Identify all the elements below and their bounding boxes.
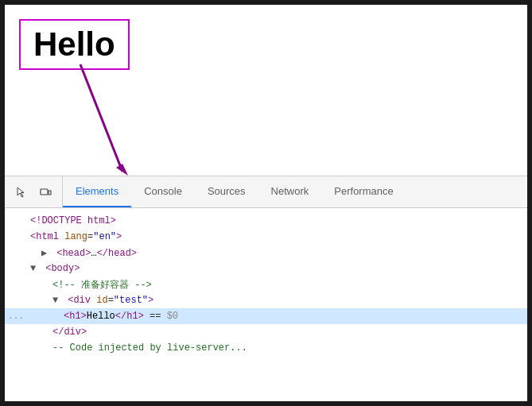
hello-heading: Hello <box>33 25 115 63</box>
line-content-6: <h1>Hello</h1> == $0 <box>27 311 527 322</box>
line-content-1: <html lang="en"> <box>27 231 527 242</box>
device-toggle-button[interactable] <box>35 182 56 203</box>
line-content-7: </div> <box>27 327 527 338</box>
svg-rect-2 <box>41 189 48 195</box>
browser-inner: Hello <box>5 5 527 401</box>
svg-marker-1 <box>116 164 128 176</box>
code-line-7: </div> <box>5 324 527 340</box>
code-line-1: <html lang="en"> <box>5 229 527 245</box>
browser-window: Hello <box>0 0 532 406</box>
tab-sources[interactable]: Sources <box>195 176 258 207</box>
code-line-6[interactable]: ...<h1>Hello</h1> == $0 <box>5 308 527 324</box>
tab-console[interactable]: Console <box>131 176 195 207</box>
line-content-3: ▼ <body> <box>27 263 527 274</box>
line-gutter-6: ... <box>5 311 27 321</box>
devtools-panel: Elements Console Sources Network Perform… <box>5 176 527 401</box>
line-content-5: ▼ <div id="test"> <box>27 295 527 306</box>
element-picker-button[interactable] <box>11 182 32 203</box>
code-line-5: ▼ <div id="test"> <box>5 292 527 308</box>
hello-box: Hello <box>19 19 130 70</box>
toolbar-icons <box>5 176 63 207</box>
svg-line-0 <box>80 64 122 172</box>
tab-network[interactable]: Network <box>258 176 322 207</box>
svg-rect-3 <box>49 191 51 195</box>
page-area: Hello <box>5 5 527 176</box>
tab-performance[interactable]: Performance <box>321 176 406 207</box>
code-line-4: <!-- 准备好容器 --> <box>5 276 527 292</box>
line-content-2: ▶ <head>…</head> <box>27 247 527 259</box>
tab-elements[interactable]: Elements <box>63 176 131 207</box>
code-line-2: ▶ <head>…</head> <box>5 245 527 261</box>
line-content-0: <!DOCTYPE html> <box>27 215 527 226</box>
cursor-icon <box>15 186 28 199</box>
code-line-8: -- Code injected by live-server... <box>5 340 527 356</box>
code-line-3: ▼ <body> <box>5 261 527 276</box>
devtools-tabs: Elements Console Sources Network Perform… <box>63 176 527 207</box>
devtools-content: <!DOCTYPE html><html lang="en">▶ <head>…… <box>5 208 527 401</box>
line-content-4: <!-- 准备好容器 --> <box>27 278 527 292</box>
devtools-toolbar: Elements Console Sources Network Perform… <box>5 176 527 208</box>
line-content-8: -- Code injected by live-server... <box>27 342 527 354</box>
code-line-0: <!DOCTYPE html> <box>5 213 527 229</box>
device-icon <box>39 186 52 199</box>
